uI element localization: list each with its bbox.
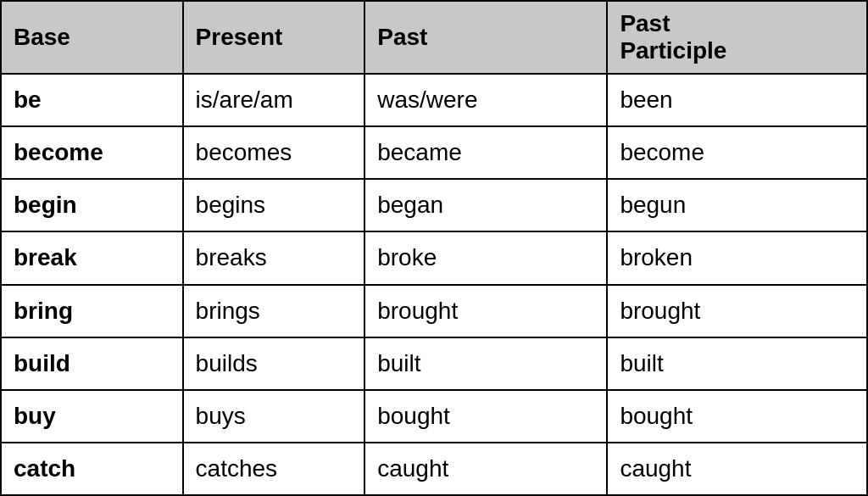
cell-past-6: bought — [364, 390, 607, 443]
table-row: buildbuildsbuiltbuilt — [1, 337, 867, 390]
cell-past-4: brought — [364, 285, 607, 337]
table-row: bringbringsbroughtbrought — [1, 285, 867, 337]
cell-present-0: is/are/am — [183, 74, 365, 126]
cell-base-6: buy — [1, 390, 183, 443]
cell-past-5: built — [364, 337, 607, 390]
cell-past_participle-2: begun — [607, 179, 867, 231]
cell-past_participle-7: caught — [607, 443, 867, 495]
irregular-verbs-table: Base Present Past PastParticiple beis/ar… — [0, 0, 868, 496]
cell-base-4: bring — [1, 285, 183, 337]
header-row: Base Present Past PastParticiple — [1, 1, 867, 74]
header-past-participle: PastParticiple — [607, 1, 867, 74]
header-present: Present — [183, 1, 365, 74]
cell-past-3: broke — [364, 231, 607, 284]
cell-past_participle-3: broken — [607, 231, 867, 284]
cell-past_participle-5: built — [607, 337, 867, 390]
cell-past-7: caught — [364, 443, 607, 495]
cell-past_participle-4: brought — [607, 285, 867, 337]
table-row: breakbreaksbrokebroken — [1, 231, 867, 284]
cell-base-1: become — [1, 126, 183, 179]
table-row: catchcatchescaughtcaught — [1, 443, 867, 495]
cell-base-2: begin — [1, 179, 183, 231]
cell-present-6: buys — [183, 390, 365, 443]
cell-past_participle-6: bought — [607, 390, 867, 443]
header-past: Past — [364, 1, 607, 74]
cell-present-5: builds — [183, 337, 365, 390]
header-base: Base — [1, 1, 183, 74]
table-row: beginbeginsbeganbegun — [1, 179, 867, 231]
cell-base-0: be — [1, 74, 183, 126]
table-row: buybuysboughtbought — [1, 390, 867, 443]
cell-base-5: build — [1, 337, 183, 390]
table-row: beis/are/amwas/werebeen — [1, 74, 867, 126]
cell-past-2: began — [364, 179, 607, 231]
table-row: becomebecomesbecamebecome — [1, 126, 867, 179]
cell-past-0: was/were — [364, 74, 607, 126]
cell-present-2: begins — [183, 179, 365, 231]
cell-present-4: brings — [183, 285, 365, 337]
cell-present-7: catches — [183, 443, 365, 495]
cell-present-3: breaks — [183, 231, 365, 284]
cell-base-7: catch — [1, 443, 183, 495]
cell-past_participle-0: been — [607, 74, 867, 126]
table-wrapper: Base Present Past PastParticiple beis/ar… — [0, 0, 868, 496]
cell-past_participle-1: become — [607, 126, 867, 179]
cell-base-3: break — [1, 231, 183, 284]
cell-present-1: becomes — [183, 126, 365, 179]
cell-past-1: became — [364, 126, 607, 179]
